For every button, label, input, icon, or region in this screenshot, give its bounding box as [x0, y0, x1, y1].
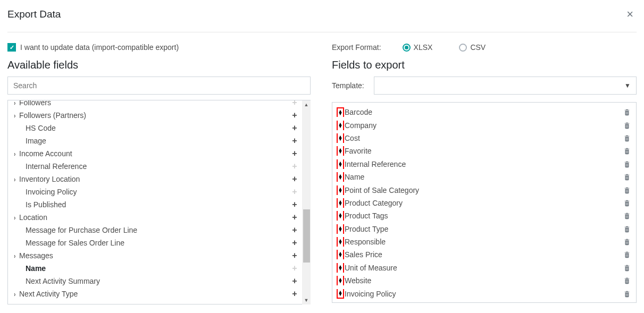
export-field-row[interactable]: ▲▼Barcode — [337, 106, 632, 119]
drag-handle-icon[interactable]: ▲▼ — [337, 121, 344, 130]
trash-icon[interactable] — [623, 187, 632, 194]
add-field-icon[interactable]: + — [290, 225, 299, 235]
radio-csv[interactable]: CSV — [459, 43, 486, 52]
add-field-icon[interactable]: + — [290, 276, 299, 286]
drag-handle-icon[interactable]: ▲▼ — [337, 224, 344, 234]
drag-handle-icon[interactable]: ▲▼ — [337, 198, 344, 208]
scrollbar[interactable]: ▲ ▼ — [302, 100, 311, 304]
export-field-row[interactable]: ▲▼Point of Sale Category — [337, 183, 632, 196]
export-format-row: Export Format: XLSX CSV — [332, 43, 637, 52]
tree-item[interactable]: ›HS Code+ — [8, 122, 302, 134]
add-field-icon[interactable]: + — [290, 251, 299, 260]
drag-handle-icon[interactable]: ▲▼ — [337, 250, 344, 259]
add-field-icon[interactable]: + — [290, 162, 299, 171]
export-field-row[interactable]: ▲▼Company — [337, 119, 632, 131]
add-field-icon[interactable]: + — [290, 187, 299, 197]
tree-item[interactable]: ›Internal Reference+ — [8, 160, 302, 173]
tree-item[interactable]: ›Message for Purchase Order Line+ — [8, 224, 302, 236]
add-field-icon[interactable]: + — [290, 149, 299, 158]
radio-xlsx[interactable]: XLSX — [403, 43, 433, 52]
export-field-row[interactable]: ▲▼Product Tags — [337, 209, 632, 222]
drag-handle-icon[interactable]: ▲▼ — [337, 133, 344, 143]
trash-icon[interactable] — [623, 199, 632, 207]
trash-icon[interactable] — [623, 225, 632, 233]
export-field-row[interactable]: ▲▼Cost — [337, 132, 632, 145]
add-field-icon[interactable]: + — [290, 136, 299, 146]
tree-item[interactable]: ›Message for Sales Order Line+ — [8, 236, 302, 249]
trash-icon[interactable] — [623, 212, 632, 219]
export-field-label: Product Category — [344, 199, 623, 207]
available-fields-tree[interactable]: ›Followers+›Followers (Partners)+›HS Cod… — [7, 100, 302, 304]
tree-item[interactable]: ›Next Activity Summary+ — [8, 275, 302, 287]
export-field-row[interactable]: ▲▼Unit of Measure — [337, 261, 632, 274]
trash-icon[interactable] — [623, 108, 632, 116]
trash-icon[interactable] — [623, 290, 632, 298]
export-field-row[interactable]: ▲▼Product Type — [337, 223, 632, 235]
tree-item-label: Is Published — [26, 200, 66, 209]
drag-handle-icon[interactable]: ▲▼ — [337, 237, 344, 247]
tree-item[interactable]: ›Image+ — [8, 134, 302, 147]
trash-icon[interactable] — [623, 173, 632, 181]
tree-item[interactable]: ›Income Account+ — [8, 147, 302, 160]
export-field-row[interactable]: ▲▼Favorite — [337, 145, 632, 157]
add-field-icon[interactable]: + — [290, 289, 299, 299]
add-field-icon[interactable]: + — [290, 123, 299, 133]
add-field-icon[interactable]: + — [290, 213, 299, 222]
search-input[interactable] — [7, 77, 311, 95]
drag-handle-icon[interactable]: ▲▼ — [337, 146, 344, 156]
tree-item-label: Messages — [19, 251, 53, 260]
export-field-row[interactable]: ▲▼Website — [337, 274, 632, 287]
export-field-label: Cost — [344, 134, 623, 142]
add-field-icon[interactable]: + — [290, 100, 299, 107]
drag-handle-icon[interactable]: ▲▼ — [337, 276, 344, 285]
export-field-label: Unit of Measure — [344, 264, 623, 272]
trash-icon[interactable] — [623, 238, 632, 246]
export-field-row[interactable]: ▲▼Product Category — [337, 197, 632, 209]
export-field-row[interactable]: ▲▼Sales Price — [337, 248, 632, 261]
template-select[interactable]: ▼ — [374, 77, 637, 95]
tree-item-label: Inventory Location — [19, 175, 80, 183]
drag-handle-icon[interactable]: ▲▼ — [337, 211, 344, 221]
export-field-row[interactable]: ▲▼Name — [337, 171, 632, 183]
scroll-down-icon[interactable]: ▼ — [302, 296, 311, 304]
export-field-row[interactable]: ▲▼Invoicing Policy — [337, 287, 632, 300]
tree-item[interactable]: ›Name+ — [8, 262, 302, 275]
drag-handle-icon[interactable]: ▲▼ — [337, 185, 344, 195]
trash-icon[interactable] — [623, 251, 632, 258]
drag-handle-icon[interactable]: ▲▼ — [337, 107, 344, 117]
tree-item[interactable]: ›Followers (Partners)+ — [8, 109, 302, 122]
tree-item[interactable]: ›Location+ — [8, 211, 302, 224]
chevron-right-icon: › — [14, 290, 17, 298]
tree-item[interactable]: ›Inventory Location+ — [8, 173, 302, 185]
drag-handle-icon[interactable]: ▲▼ — [337, 289, 344, 299]
trash-icon[interactable] — [623, 160, 632, 168]
drag-handle-icon[interactable]: ▲▼ — [337, 172, 344, 182]
radio-xlsx-label: XLSX — [414, 43, 433, 52]
add-field-icon[interactable]: + — [290, 264, 299, 273]
trash-icon[interactable] — [623, 134, 632, 142]
trash-icon[interactable] — [623, 122, 632, 129]
export-field-row[interactable]: ▲▼Responsible — [337, 235, 632, 248]
tree-item-label: Internal Reference — [26, 162, 87, 171]
close-icon[interactable]: × — [623, 7, 637, 21]
tree-item[interactable]: ›Invoicing Policy+ — [8, 185, 302, 198]
radio-unselected-icon — [459, 44, 467, 52]
scrollbar-thumb[interactable] — [303, 209, 310, 263]
tree-item[interactable]: ›Is Published+ — [8, 198, 302, 211]
trash-icon[interactable] — [623, 277, 632, 284]
export-field-label: Internal Reference — [344, 160, 623, 168]
tree-item[interactable]: ›Followers+ — [8, 100, 302, 109]
trash-icon[interactable] — [623, 147, 632, 155]
update-data-checkbox-row[interactable]: ✓ I want to update data (import-compatib… — [7, 43, 311, 52]
drag-handle-icon[interactable]: ▲▼ — [337, 263, 344, 273]
add-field-icon[interactable]: + — [290, 174, 299, 184]
add-field-icon[interactable]: + — [290, 200, 299, 209]
add-field-icon[interactable]: + — [290, 111, 299, 120]
tree-item[interactable]: ›Messages+ — [8, 249, 302, 262]
tree-item[interactable]: ›Next Activity Type+ — [8, 287, 302, 300]
trash-icon[interactable] — [623, 264, 632, 272]
drag-handle-icon[interactable]: ▲▼ — [337, 159, 344, 169]
scroll-up-icon[interactable]: ▲ — [302, 100, 311, 109]
export-field-row[interactable]: ▲▼Internal Reference — [337, 158, 632, 171]
add-field-icon[interactable]: + — [290, 238, 299, 248]
